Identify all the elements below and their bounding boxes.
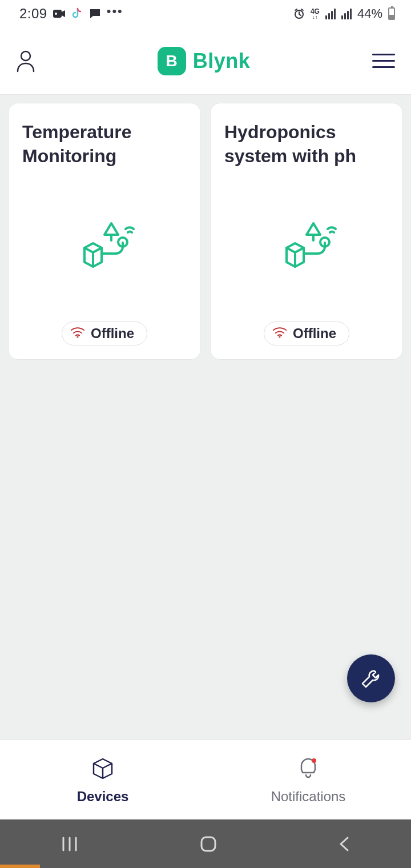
nav-recents[interactable] bbox=[60, 835, 79, 855]
bottom-tab-bar: Devices Notifications bbox=[0, 740, 411, 819]
svg-point-3 bbox=[21, 51, 30, 61]
wifi-offline-icon bbox=[272, 326, 287, 341]
svg-rect-12 bbox=[202, 837, 215, 851]
cube-icon bbox=[90, 756, 115, 783]
tools-fab[interactable] bbox=[347, 654, 395, 702]
bell-icon bbox=[296, 756, 321, 783]
status-chip: Offline bbox=[264, 322, 349, 345]
device-card[interactable]: Hydroponics system with ph se... Offline bbox=[210, 103, 403, 360]
wrench-icon bbox=[359, 666, 383, 690]
svg-rect-0 bbox=[53, 10, 62, 18]
android-status-bar: 2:09 ••• 4G↓↑ 44% bbox=[0, 0, 411, 27]
android-nav-bar bbox=[0, 819, 411, 868]
brand-badge: B bbox=[158, 47, 186, 75]
app-header: B Blynk bbox=[0, 27, 411, 95]
battery-icon bbox=[388, 7, 395, 20]
camera-icon bbox=[53, 9, 66, 18]
wifi-offline-icon bbox=[70, 326, 85, 341]
profile-icon[interactable] bbox=[16, 50, 35, 73]
device-title: Temperature Monitoring bbox=[22, 120, 187, 168]
svg-point-1 bbox=[55, 13, 57, 15]
battery-percent: 44% bbox=[357, 6, 382, 21]
device-card[interactable]: Temperature Monitoring Offline bbox=[8, 103, 201, 360]
tab-label: Notifications bbox=[271, 789, 346, 805]
nav-home[interactable] bbox=[199, 835, 217, 855]
signal-2-icon bbox=[341, 9, 352, 19]
status-label: Offline bbox=[293, 326, 336, 341]
device-grid: Temperature Monitoring Offline bbox=[0, 95, 411, 368]
svg-point-8 bbox=[312, 758, 316, 763]
tiktok-icon bbox=[71, 7, 83, 20]
chat-icon bbox=[88, 8, 101, 19]
status-time: 2:09 bbox=[19, 6, 47, 22]
brand-name: Blynk bbox=[193, 49, 251, 73]
device-title: Hydroponics system with ph se... bbox=[224, 120, 389, 168]
nav-back[interactable] bbox=[337, 835, 351, 855]
tab-label: Devices bbox=[77, 789, 129, 805]
status-label: Offline bbox=[91, 326, 134, 341]
device-illustration-icon bbox=[224, 168, 389, 322]
signal-1-icon bbox=[325, 9, 336, 19]
status-chip: Offline bbox=[62, 322, 147, 345]
alarm-icon bbox=[293, 8, 305, 19]
tab-devices[interactable]: Devices bbox=[0, 740, 206, 819]
tab-notifications[interactable]: Notifications bbox=[206, 740, 411, 819]
brand-logo: B Blynk bbox=[158, 47, 251, 75]
network-4g-icon: 4G↓↑ bbox=[311, 8, 320, 20]
svg-point-7 bbox=[279, 336, 280, 337]
svg-point-5 bbox=[76, 336, 78, 337]
more-icon: ••• bbox=[107, 4, 123, 19]
menu-button[interactable] bbox=[372, 54, 395, 68]
device-illustration-icon bbox=[22, 168, 187, 322]
